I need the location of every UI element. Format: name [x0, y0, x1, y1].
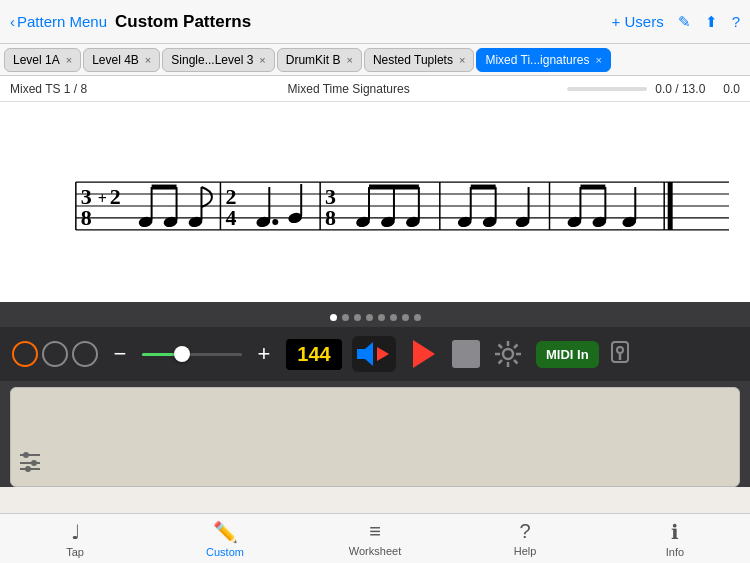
page-dot-3[interactable]: [354, 314, 361, 321]
tempo-slider[interactable]: [142, 353, 242, 356]
sound-button[interactable]: [352, 336, 396, 372]
waveform-area: [10, 387, 740, 487]
tab-info[interactable]: ℹ Info: [600, 514, 750, 563]
tab-close-icon[interactable]: ×: [145, 54, 151, 66]
page-dots: [0, 310, 750, 327]
metronome-circles: [12, 341, 98, 367]
worksheet-icon: ≡: [369, 520, 381, 543]
tab-level1a[interactable]: Level 1A ×: [4, 48, 81, 72]
help-label: Help: [514, 545, 537, 557]
tab-label: Nested Tuplets: [373, 53, 453, 67]
tap-label: Tap: [66, 546, 84, 558]
info-bar: Mixed TS 1 / 8 Mixed Time Signatures 0.0…: [0, 76, 750, 102]
tab-close-icon[interactable]: ×: [459, 54, 465, 66]
svg-line-60: [499, 345, 503, 349]
tab-close-icon[interactable]: ×: [259, 54, 265, 66]
tab-close-icon[interactable]: ×: [346, 54, 352, 66]
tab-close-icon[interactable]: ×: [595, 54, 601, 66]
tempo-minus-button[interactable]: −: [108, 341, 132, 367]
sound-icon: [355, 339, 393, 369]
svg-text:4: 4: [225, 205, 236, 230]
help-icon[interactable]: ?: [732, 13, 740, 30]
nav-right-actions: + Users ✎ ⬆ ?: [612, 13, 740, 31]
progress-bar: [567, 87, 647, 91]
play-button[interactable]: [406, 336, 442, 372]
tab-single3[interactable]: Single...Level 3 ×: [162, 48, 275, 72]
info-tab-icon: ℹ: [671, 520, 679, 544]
users-button[interactable]: + Users: [612, 13, 664, 30]
tab-label: Level 1A: [13, 53, 60, 67]
worksheet-label: Worksheet: [349, 545, 401, 557]
slider-thumb[interactable]: [174, 346, 190, 362]
back-label: Pattern Menu: [17, 13, 107, 30]
tempo-display[interactable]: 144: [286, 339, 342, 370]
sustain-button[interactable]: [609, 340, 631, 369]
page-dot-8[interactable]: [414, 314, 421, 321]
tab-drumkitb[interactable]: DrumKit B ×: [277, 48, 362, 72]
svg-point-72: [25, 466, 31, 472]
top-nav-bar: ‹ Pattern Menu Custom Patterns + Users ✎…: [0, 0, 750, 44]
tab-custom[interactable]: ✏️ Custom: [150, 514, 300, 563]
page-dot-6[interactable]: [390, 314, 397, 321]
page-dot-4[interactable]: [366, 314, 373, 321]
page-dot-2[interactable]: [342, 314, 349, 321]
tap-icon: ♩: [71, 520, 80, 544]
sustain-icon: [609, 340, 631, 364]
stop-button[interactable]: [452, 340, 480, 368]
gear-icon: [493, 339, 523, 369]
svg-point-55: [503, 349, 513, 359]
transport-bar: − + 144: [0, 327, 750, 381]
tab-mixedts[interactable]: Mixed Ti...ignatures ×: [476, 48, 610, 72]
mixer-icon-wrapper: [16, 447, 44, 479]
tempo-plus-button[interactable]: +: [252, 341, 276, 367]
back-button[interactable]: ‹ Pattern Menu: [10, 13, 107, 30]
pattern-tabs: Level 1A × Level 4B × Single...Level 3 ×…: [0, 44, 750, 76]
score-area: 3 + 2 8 2 4: [0, 102, 750, 302]
bottom-tab-bar: ♩ Tap ✏️ Custom ≡ Worksheet ? Help ℹ Inf…: [0, 513, 750, 563]
page-dot-1[interactable]: [330, 314, 337, 321]
circle-btn-3[interactable]: [72, 341, 98, 367]
custom-icon: ✏️: [213, 520, 238, 544]
tab-worksheet[interactable]: ≡ Worksheet: [300, 514, 450, 563]
info-label: Info: [666, 546, 684, 558]
score-value: 0.0 / 13.0: [655, 82, 705, 96]
svg-point-22: [272, 219, 278, 225]
page-dot-7[interactable]: [402, 314, 409, 321]
score-display: 0.0 / 13.0 0.0: [567, 82, 740, 96]
tab-close-icon[interactable]: ×: [66, 54, 72, 66]
page-dot-5[interactable]: [378, 314, 385, 321]
tab-nested[interactable]: Nested Tuplets ×: [364, 48, 474, 72]
pattern-position: Mixed TS 1 / 8: [10, 82, 130, 96]
svg-line-63: [499, 360, 503, 364]
custom-label: Custom: [206, 546, 244, 558]
slider-track: [142, 353, 242, 356]
score-svg: 3 + 2 8 2 4: [16, 122, 734, 282]
tab-tap[interactable]: ♩ Tap: [0, 514, 150, 563]
edit-icon[interactable]: ✎: [678, 13, 691, 31]
svg-line-62: [514, 345, 518, 349]
tab-level4b[interactable]: Level 4B ×: [83, 48, 160, 72]
nav-title: Custom Patterns: [115, 12, 603, 32]
circle-btn-2[interactable]: [42, 341, 68, 367]
play-triangle-icon: [413, 340, 435, 368]
svg-point-70: [31, 460, 37, 466]
share-icon[interactable]: ⬆: [705, 13, 718, 31]
tab-label: DrumKit B: [286, 53, 341, 67]
help-tab-icon: ?: [519, 520, 530, 543]
midi-in-button[interactable]: MIDI In: [536, 341, 599, 368]
svg-text:8: 8: [325, 205, 336, 230]
extra-score: 0.0: [723, 82, 740, 96]
tab-help[interactable]: ? Help: [450, 514, 600, 563]
tab-label: Level 4B: [92, 53, 139, 67]
pattern-title: Mixed Time Signatures: [130, 82, 567, 96]
svg-point-68: [23, 452, 29, 458]
svg-text:+: +: [98, 190, 107, 207]
svg-marker-53: [357, 342, 373, 366]
circle-btn-1[interactable]: [12, 341, 38, 367]
tab-label: Mixed Ti...ignatures: [485, 53, 589, 67]
svg-line-61: [514, 360, 518, 364]
settings-button[interactable]: [490, 336, 526, 372]
svg-marker-54: [377, 347, 389, 361]
mixer-icon[interactable]: [16, 447, 44, 475]
back-chevron: ‹: [10, 13, 15, 30]
